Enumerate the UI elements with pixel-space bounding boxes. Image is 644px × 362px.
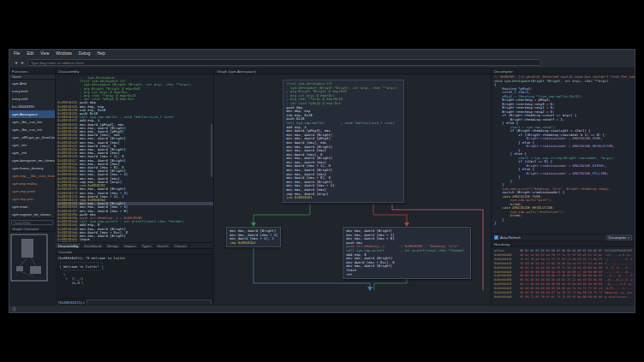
auto-refresh-checkbox[interactable]: ✓	[494, 235, 498, 240]
function-list-item[interactable]: sym._libc_csu_fini	[9, 118, 55, 126]
instruction: mov dword [pMsg3], eax	[286, 129, 331, 133]
hexdump-body[interactable]: offset00 01 02 03 04 05 06 07 08 09 0A 0…	[492, 247, 635, 306]
instruction: push eax	[346, 241, 362, 245]
auto-refresh-label: Auto Refresh	[500, 235, 521, 240]
code-text: break;	[494, 214, 522, 217]
dock-tab[interactable]: Imports	[122, 243, 140, 248]
function-list-item[interactable]: sym.imp.malloc	[9, 180, 55, 187]
instruction: ret	[80, 241, 86, 242]
dock-tab[interactable]: Search	[155, 243, 172, 248]
decompiler-code[interactable]: // WARNING: [rz-ghidra] Detected switch …	[492, 74, 635, 234]
function-name: entry.fini0	[12, 89, 27, 93]
instruction: ret	[346, 273, 352, 276]
code-text: Bright->heading->onoff = 1;	[494, 118, 564, 122]
quick-filter-input[interactable]	[11, 220, 53, 225]
code-text: }	[494, 222, 496, 225]
function-list-item[interactable]: sym._init	[9, 149, 55, 157]
edge-false	[373, 205, 407, 226]
function-list-item[interactable]: sym._x86.get_pc_thunk.bx	[9, 134, 55, 141]
hex-ascii: U....j..........	[605, 262, 633, 265]
dock-tab[interactable]: Disassembly	[56, 243, 81, 248]
code-text: case AMbCGUIDE_REVOLUTION:	[494, 206, 554, 210]
function-name: sym._x86.get_pc_thunk.bx	[12, 135, 55, 139]
menu-item[interactable]: File	[14, 51, 20, 56]
instruction: push 0x10	[286, 117, 304, 121]
menu-item[interactable]: Debug	[79, 51, 91, 56]
graph-node-false[interactable]: mov eax, dword [Bright]mov eax, dword [e…	[343, 227, 471, 279]
instruction: sub esp, 0x18	[286, 114, 312, 117]
function-list-item[interactable]: sym.deregister_tm_clones	[9, 157, 55, 164]
menu-item[interactable]: Windows	[56, 51, 72, 56]
dock-tab-label: Dashboard	[84, 244, 101, 248]
functions-panel-header[interactable]: Functions	[9, 68, 55, 74]
instruction: mov eax, dword [eax + 4]	[286, 184, 334, 187]
dock-tab[interactable]: Strings	[104, 243, 122, 248]
function-list-item[interactable]: sym.main	[9, 203, 55, 211]
code-text: case AMbCGUIDE_PURE:	[494, 195, 542, 199]
function-list-item[interactable]: sym._libc_csu_init	[9, 126, 55, 134]
function-list-item[interactable]: entry.fini0	[9, 87, 55, 95]
menu-item[interactable]: View	[40, 51, 49, 56]
graph-node-true[interactable]: mov eax, dword [Bright]mov eax, dword [e…	[226, 227, 281, 247]
dock-tab-label: Imports	[124, 244, 136, 248]
terminal-toggle-icon[interactable]	[12, 307, 16, 312]
dock-tab[interactable]: Dashboard	[81, 243, 104, 248]
quick-filter-row	[9, 218, 55, 226]
graph-node-entry[interactable]: (fcn) sym.Aerospace 147 sym.Aerospace (B…	[283, 80, 404, 203]
function-list-item[interactable]: entry.init0	[9, 95, 55, 103]
function-list-item[interactable]: sym.imp.printf	[9, 187, 55, 195]
function-list-item[interactable]: sym.imp.__libc_start_main	[9, 172, 55, 180]
graph-overview-panel-header[interactable]: Graph Overview	[9, 226, 55, 232]
function-list-item[interactable]: sym.frame_dummy	[9, 164, 55, 172]
menu-item[interactable]: Edit	[27, 51, 33, 56]
instruction: cmp eax, dword [argc]	[286, 193, 328, 196]
function-name: fcn.08048390	[12, 104, 34, 109]
instruction: mov eax, dword [Bright]	[286, 181, 332, 184]
function-list-item[interactable]: sym._fini	[9, 141, 55, 149]
dock-tab[interactable]: Classes	[172, 243, 191, 248]
graph-overview-minimap[interactable]	[9, 232, 55, 310]
code-text: Bright->nextmsg->msg0 = 0;	[494, 103, 554, 106]
function-name: sym.deregister_tm_clones	[12, 158, 55, 163]
instruction: mov eax, dword [Bright]	[346, 257, 392, 260]
search-input[interactable]	[27, 59, 541, 66]
function-name: sym.And	[12, 81, 27, 86]
disassembly-panel-header[interactable]: Disassembly	[56, 68, 213, 74]
function-list-item[interactable]: sym.Aerospace	[9, 110, 55, 118]
hexdump-row[interactable]: 0x080484a065 00 72 65 76 6f 6c 75 74 69 …	[494, 295, 635, 300]
code-text: Bright->radiosounder = AMbCGUIDE_PILLION…	[494, 172, 609, 175]
instruction: mov eax, dword [eax + 4]	[346, 234, 394, 237]
disassembly-line[interactable]: 0x080484b6ret	[57, 241, 213, 242]
disassembly-scrollbar[interactable]	[211, 124, 212, 177]
decompiler-select[interactable]: Decompiler ▾	[606, 234, 632, 240]
hexdump-panel-header[interactable]: Hexdump	[492, 241, 635, 247]
function-list-item[interactable]: sym.imp.puts	[9, 195, 55, 203]
dock-tab[interactable]: Types	[140, 243, 155, 248]
auto-refresh-control[interactable]: ✓ Auto Refresh	[494, 235, 521, 240]
function-name: sym.register_tm_clones	[12, 212, 51, 217]
instruction: add esp, 8	[346, 253, 366, 257]
instruction: mov eax, dword [eax]	[286, 173, 326, 176]
instruction: mov ebp, esp	[286, 110, 310, 113]
function-name: sym.imp.malloc	[12, 181, 38, 186]
console-panel-header[interactable]: Console	[56, 249, 213, 255]
function-list-item[interactable]: fcn.08048390	[9, 103, 55, 110]
console-output: [0x08048425]> ?E Welcome to Cutter .----…	[56, 255, 213, 298]
disassembly-panel: Disassembly ;-- sym.Aerospace: (fcn) sym…	[56, 68, 214, 306]
back-icon[interactable]: ◄	[14, 61, 18, 65]
function-list-item[interactable]: sym.And	[9, 80, 55, 87]
instruction: ; arg Bright *Bright @ ebp+0x8	[286, 90, 346, 93]
forward-icon[interactable]: ►	[21, 61, 25, 65]
instruction: mov dword [eax + 8], 0	[286, 176, 331, 180]
graph-panel-header[interactable]: Graph (sym.Aerospace)	[214, 68, 491, 74]
dock-tab-label: Classes	[175, 244, 188, 248]
function-name: sym._init	[12, 151, 27, 155]
graph-canvas[interactable]: (fcn) sym.Aerospace 147 sym.Aerospace (B…	[214, 74, 491, 306]
function-list-item[interactable]: sym.register_tm_clones	[9, 211, 55, 218]
code-text: Bright->nextmsg->msg2 = 0;	[494, 110, 554, 114]
code-text: iVar1 = sym.imp.rand();	[494, 126, 557, 129]
function-name: sym._libc_csu_fini	[12, 120, 42, 124]
menu-item[interactable]: Help	[97, 51, 104, 56]
decompiler-panel-header[interactable]: Decompiler	[492, 68, 635, 74]
hex-ascii: .E..E..U....E...	[605, 266, 633, 270]
